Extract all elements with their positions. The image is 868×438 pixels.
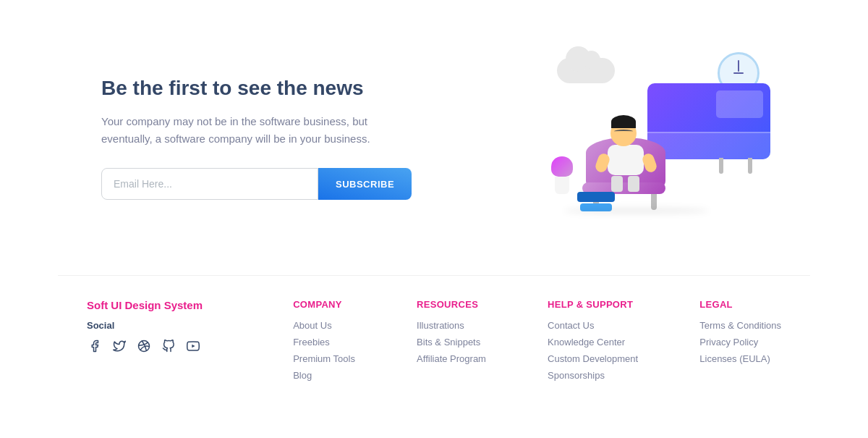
- footer-col-company: Company About Us Freebies Premium Tools …: [293, 299, 355, 387]
- floor-shadow: [564, 207, 709, 214]
- help-link-custom-dev[interactable]: Custom Development: [548, 353, 638, 364]
- shelf-decoration: [647, 83, 770, 159]
- shelf-panel: [716, 90, 763, 118]
- help-link-knowledge[interactable]: Knowledge Center: [548, 337, 638, 348]
- company-link-blog[interactable]: Blog: [293, 370, 355, 381]
- footer-col-legal: Legal Terms & Conditions Privacy Policy …: [699, 299, 781, 370]
- legal-link-terms[interactable]: Terms & Conditions: [699, 320, 781, 331]
- clouds-decoration: [557, 58, 615, 83]
- cloud-shape: [557, 58, 615, 83]
- newsletter-section: Be the first to see the news Your compan…: [0, 0, 868, 275]
- newsletter-title: Be the first to see the news: [101, 75, 412, 101]
- newsletter-description: Your company may not be in the software …: [101, 113, 391, 148]
- footer-brand: Soft UI Design System Social: [87, 299, 231, 354]
- legal-link-privacy[interactable]: Privacy Policy: [699, 337, 781, 348]
- company-col-title: Company: [293, 299, 355, 310]
- footer-col-help: Help & Support Contact Us Knowledge Cent…: [548, 299, 638, 387]
- resources-col-title: Resources: [417, 299, 486, 310]
- dribbble-icon[interactable]: [136, 338, 152, 354]
- newsletter-content: Be the first to see the news Your compan…: [101, 75, 412, 200]
- facebook-icon[interactable]: [87, 338, 103, 354]
- email-input[interactable]: [101, 168, 318, 200]
- company-link-about[interactable]: About Us: [293, 320, 355, 331]
- legal-link-licenses[interactable]: Licenses (EULA): [699, 353, 781, 364]
- svg-marker-1: [192, 345, 195, 348]
- youtube-icon[interactable]: [185, 338, 201, 354]
- footer-col-resources: Resources Illustrations Bits & Snippets …: [417, 299, 486, 370]
- resources-link-bits[interactable]: Bits & Snippets: [417, 337, 486, 348]
- newsletter-illustration: [535, 43, 781, 232]
- resources-link-illustrations[interactable]: Illustrations: [417, 320, 486, 331]
- help-link-sponsorships[interactable]: Sponsorships: [548, 370, 638, 381]
- plant: [551, 156, 573, 194]
- person-glasses: [614, 130, 633, 133]
- twitter-icon[interactable]: [111, 338, 127, 354]
- github-icon[interactable]: [161, 338, 176, 354]
- person-leg-left: [611, 176, 623, 192]
- company-link-freebies[interactable]: Freebies: [293, 337, 355, 348]
- scene: [535, 43, 781, 232]
- social-label: Social: [87, 320, 231, 331]
- person-hair: [611, 115, 636, 128]
- person-leg-right: [628, 176, 639, 192]
- book1: [577, 192, 615, 202]
- subscribe-button[interactable]: SUBSCRIBE: [318, 168, 412, 200]
- shelf-leg-left: [748, 158, 752, 174]
- social-icons: [87, 338, 231, 354]
- company-link-premium[interactable]: Premium Tools: [293, 353, 355, 364]
- help-link-contact[interactable]: Contact Us: [548, 320, 638, 331]
- help-col-title: Help & Support: [548, 299, 638, 310]
- legal-col-title: Legal: [699, 299, 781, 310]
- brand-name: Soft UI Design System: [87, 299, 231, 311]
- shelf-bottom: [647, 132, 770, 159]
- newsletter-form: SUBSCRIBE: [101, 168, 412, 200]
- plant-pot: [555, 177, 569, 194]
- shelf-leg-right: [719, 158, 723, 174]
- person-body: [608, 145, 644, 175]
- plant-leaves: [551, 156, 573, 177]
- resources-link-affiliate[interactable]: Affiliate Program: [417, 353, 486, 364]
- footer: Soft UI Design System Social: [0, 276, 868, 410]
- person-head: [610, 120, 637, 146]
